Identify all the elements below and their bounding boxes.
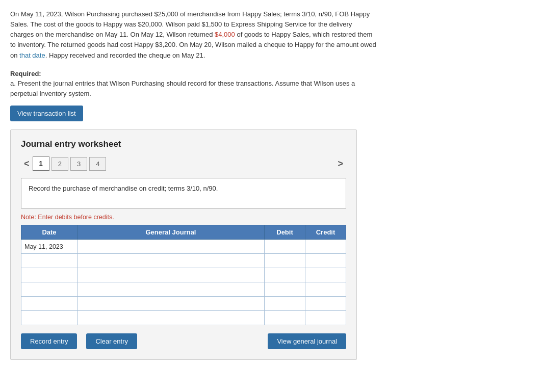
date-input-5[interactable] xyxy=(21,297,77,310)
problem-text: On May 11, 2023, Wilson Purchasing purch… xyxy=(10,9,377,61)
table-row xyxy=(21,282,346,297)
date-cell-3[interactable] xyxy=(21,268,78,282)
date-input-6[interactable] xyxy=(21,311,77,325)
journal-cell-2[interactable] xyxy=(78,254,265,268)
date-input-2[interactable] xyxy=(21,254,77,268)
view-transaction-button[interactable]: View transaction list xyxy=(10,106,83,121)
col-header-date: Date xyxy=(21,225,78,240)
clear-entry-button[interactable]: Clear entry xyxy=(86,333,137,349)
highlight-blue-date: that date xyxy=(19,51,45,59)
highlight-red-amount: $4,000 xyxy=(215,31,235,38)
debit-input-4[interactable] xyxy=(265,282,305,296)
date-cell-1: May 11, 2023 xyxy=(21,240,78,254)
worksheet-title: Journal entry worksheet xyxy=(21,139,346,149)
date-cell-2[interactable] xyxy=(21,254,78,268)
credit-cell-5[interactable] xyxy=(305,297,346,311)
debit-input-3[interactable] xyxy=(265,268,305,282)
credit-input-4[interactable] xyxy=(305,282,346,296)
table-row xyxy=(21,297,346,311)
journal-input-4[interactable] xyxy=(78,282,264,296)
debit-cell-4[interactable] xyxy=(265,282,305,297)
tab-prev-button[interactable]: < xyxy=(21,158,33,170)
debit-input-5[interactable] xyxy=(265,297,305,310)
required-section: Required: a. Present the journal entries… xyxy=(10,69,377,99)
journal-cell-1[interactable] xyxy=(78,240,265,254)
credit-cell-2[interactable] xyxy=(305,254,346,268)
journal-cell-4[interactable] xyxy=(78,282,265,297)
debit-input-2[interactable] xyxy=(265,254,305,268)
tab-3[interactable]: 3 xyxy=(70,157,87,171)
debit-cell-2[interactable] xyxy=(265,254,305,268)
col-header-debit: Debit xyxy=(265,225,305,240)
table-row: May 11, 2023 xyxy=(21,240,346,254)
journal-input-5[interactable] xyxy=(78,297,264,310)
col-header-journal: General Journal xyxy=(78,225,265,240)
required-part-a: a. Present the journal entries that Wils… xyxy=(10,79,377,98)
tab-4[interactable]: 4 xyxy=(89,157,106,171)
journal-cell-6[interactable] xyxy=(78,311,265,325)
instruction-box: Record the purchase of merchandise on cr… xyxy=(21,178,346,208)
debit-cell-1[interactable] xyxy=(265,240,305,254)
journal-input-1[interactable] xyxy=(78,240,264,253)
note-text: Note: Enter debits before credits. xyxy=(21,214,346,221)
credit-cell-3[interactable] xyxy=(305,268,346,282)
tab-next-button[interactable]: > xyxy=(334,158,346,170)
col-header-credit: Credit xyxy=(305,225,346,240)
table-row xyxy=(21,268,346,282)
credit-cell-4[interactable] xyxy=(305,282,346,297)
journal-input-3[interactable] xyxy=(78,268,264,282)
actions-row: Record entry Clear entry View general jo… xyxy=(21,333,346,349)
credit-input-3[interactable] xyxy=(305,268,346,282)
worksheet-container: Journal entry worksheet < 1 2 3 4 > Reco… xyxy=(10,129,357,360)
tab-1[interactable]: 1 xyxy=(33,156,49,171)
journal-cell-5[interactable] xyxy=(78,297,265,311)
journal-input-2[interactable] xyxy=(78,254,264,268)
date-cell-5[interactable] xyxy=(21,297,78,311)
required-label: Required: xyxy=(10,70,41,77)
date-input-3[interactable] xyxy=(21,268,77,282)
table-row xyxy=(21,311,346,325)
journal-input-6[interactable] xyxy=(78,311,264,325)
debit-cell-3[interactable] xyxy=(265,268,305,282)
debit-cell-5[interactable] xyxy=(265,297,305,311)
record-entry-button[interactable]: Record entry xyxy=(21,333,77,349)
date-cell-6[interactable] xyxy=(21,311,78,325)
journal-table: Date General Journal Debit Credit May 11… xyxy=(21,225,346,325)
view-general-journal-button[interactable]: View general journal xyxy=(268,333,346,349)
journal-cell-3[interactable] xyxy=(78,268,265,282)
debit-cell-6[interactable] xyxy=(265,311,305,325)
date-cell-4[interactable] xyxy=(21,282,78,297)
credit-input-6[interactable] xyxy=(305,311,346,325)
credit-cell-1[interactable] xyxy=(305,240,346,254)
credit-input-1[interactable] xyxy=(305,240,346,253)
credit-input-5[interactable] xyxy=(305,297,346,310)
debit-input-1[interactable] xyxy=(265,240,305,253)
debit-input-6[interactable] xyxy=(265,311,305,325)
credit-input-2[interactable] xyxy=(305,254,346,268)
table-row xyxy=(21,254,346,268)
tab-navigation: < 1 2 3 4 > xyxy=(21,156,346,171)
date-input-4[interactable] xyxy=(21,282,77,296)
tab-2[interactable]: 2 xyxy=(51,157,68,171)
credit-cell-6[interactable] xyxy=(305,311,346,325)
